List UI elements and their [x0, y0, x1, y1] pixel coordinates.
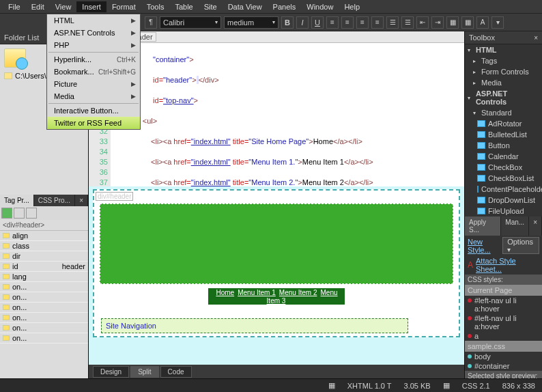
selection-tag-label[interactable]: div#header	[96, 192, 133, 201]
status-css-schema[interactable]: CSS 2.1	[459, 382, 493, 390]
status-schema-icon[interactable]: ▦	[440, 381, 453, 390]
attr-row[interactable]: on...	[0, 292, 88, 303]
insert-media[interactable]: Media▶	[47, 90, 140, 102]
new-style-link[interactable]: New Style...	[468, 238, 502, 254]
sample-css-group[interactable]: sample.css	[465, 341, 542, 352]
insert-interactive-button[interactable]: Interactive Button...	[47, 104, 140, 117]
fill-color-button[interactable]: ▦	[461, 16, 474, 29]
tab-apply-styles[interactable]: Apply S...	[465, 216, 501, 236]
tab-manage-styles[interactable]: Man...	[501, 216, 529, 236]
toolbox-item[interactable]: AdRotator	[465, 118, 542, 129]
show-set-button[interactable]	[1, 208, 12, 219]
toolbox-item[interactable]: CheckBoxList	[465, 173, 542, 184]
toolbox-item[interactable]: ContentPlaceholder	[465, 184, 542, 195]
css-rule[interactable]: a	[465, 331, 542, 341]
toolbox-cat-asp[interactable]: ▾ASP.NET Controls	[465, 88, 542, 107]
toolbox-item[interactable]: DropDownList	[465, 195, 542, 206]
font-family-dropdown[interactable]: Calibri▾	[160, 16, 221, 29]
more-button[interactable]: ▾	[491, 16, 504, 29]
menu-tools[interactable]: Tools	[141, 1, 170, 12]
menu-edit[interactable]: Edit	[26, 1, 50, 12]
tab-tag-properties[interactable]: Tag Pr...	[0, 195, 34, 206]
menu-format[interactable]: Format	[106, 1, 141, 12]
font-size-dropdown[interactable]: medium▾	[224, 16, 279, 29]
toolbox-item[interactable]: BulletedList	[465, 129, 542, 140]
css-rule[interactable]: #container	[465, 361, 542, 371]
sort-az-button[interactable]	[14, 208, 25, 219]
menu-dataview[interactable]: Data View	[223, 1, 268, 12]
attr-row[interactable]: idheader	[0, 262, 88, 272]
toolbox-cat-tags[interactable]: ▸Tags	[465, 55, 542, 66]
insert-php[interactable]: PHP▶	[47, 39, 140, 51]
insert-twitter-rss[interactable]: Twitter or RSS Feed	[47, 117, 140, 129]
nav-link-1[interactable]: Menu Item 1	[237, 289, 276, 296]
toolbox-cat-media[interactable]: ▸Media	[465, 77, 542, 88]
status-visual-aids-icon[interactable]: ▦	[326, 381, 338, 390]
status-doctype[interactable]: XHTML 1.0 T	[345, 382, 395, 390]
borders-button[interactable]: ▦	[446, 16, 459, 29]
menu-site[interactable]: Site	[199, 1, 223, 12]
bold-button[interactable]: B	[281, 16, 294, 29]
close-icon[interactable]: ×	[534, 34, 538, 42]
site-folder-icon[interactable]	[4, 48, 26, 68]
list-button[interactable]: ☰	[386, 16, 399, 29]
menu-file[interactable]: File	[3, 1, 26, 12]
menu-window[interactable]: Window	[301, 1, 339, 12]
toolbox-cat-form[interactable]: ▸Form Controls	[465, 66, 542, 77]
nav-link-home[interactable]: Home	[215, 289, 235, 296]
align-left-button[interactable]: ≡	[326, 16, 339, 29]
attr-row[interactable]: on...	[0, 282, 88, 292]
toolbox-item[interactable]: CheckBox	[465, 162, 542, 173]
status-dimensions[interactable]: 836 x 338	[500, 382, 538, 390]
attr-row[interactable]: on...	[0, 333, 88, 344]
menu-view[interactable]: View	[50, 1, 77, 12]
align-right-button[interactable]: ≡	[356, 16, 369, 29]
toolbar-btn[interactable]: ¶	[145, 16, 157, 29]
left-nav-block[interactable]: Site Navigation	[101, 318, 408, 333]
design-pane[interactable]: div#header Home Menu Item 1 Menu Item 2 …	[89, 186, 464, 365]
current-page-group[interactable]: Current Page	[465, 285, 542, 296]
nav-link-2[interactable]: Menu Item 2	[279, 289, 318, 296]
attr-row[interactable]: on...	[0, 303, 88, 313]
outdent-button[interactable]: ⇤	[416, 16, 429, 29]
options-button[interactable]: Options ▾	[502, 237, 539, 254]
tab-design[interactable]: Design	[93, 366, 129, 378]
menu-table[interactable]: Table	[169, 1, 198, 12]
close-icon[interactable]: ×	[529, 216, 542, 236]
toolbox-cat-html[interactable]: ▾HTML	[465, 44, 542, 55]
align-center-button[interactable]: ≡	[341, 16, 354, 29]
css-rule[interactable]: #left-nav ul li a:hover	[465, 296, 542, 313]
tab-split[interactable]: Split	[130, 366, 158, 378]
tab-css-properties[interactable]: CSS Pro...	[34, 195, 75, 206]
underline-button[interactable]: U	[311, 16, 324, 29]
toolbox-item[interactable]: Calendar	[465, 151, 542, 162]
attach-stylesheet-link[interactable]: Attach Style Sheet...	[476, 257, 539, 273]
indent-button[interactable]: ⇥	[431, 16, 444, 29]
italic-button[interactable]: I	[296, 16, 309, 29]
close-icon[interactable]: ×	[75, 195, 88, 206]
align-justify-button[interactable]: ≡	[371, 16, 384, 29]
attr-row[interactable]: align	[0, 231, 88, 241]
toolbox-cat-standard[interactable]: ▾Standard	[465, 107, 542, 118]
css-rule[interactable]: body	[465, 352, 542, 361]
insert-html[interactable]: HTML▶	[47, 14, 140, 27]
numbered-list-button[interactable]: ☰	[401, 16, 414, 29]
insert-asp[interactable]: ASP.NET Controls▶	[47, 27, 140, 39]
attr-row[interactable]: on...	[0, 313, 88, 323]
font-color-button[interactable]: A	[476, 16, 489, 29]
menu-panels[interactable]: Panels	[268, 1, 302, 12]
toolbox-item[interactable]: Button	[465, 140, 542, 151]
menu-insert[interactable]: Insert	[76, 1, 106, 12]
insert-picture[interactable]: Picture▶	[47, 78, 140, 90]
menu-help[interactable]: Help	[339, 1, 365, 12]
toolbox-item[interactable]: FileUpload	[465, 206, 542, 216]
categorized-button[interactable]	[26, 208, 37, 219]
attr-row[interactable]: dir	[0, 251, 88, 262]
insert-hyperlink[interactable]: Hyperlink...Ctrl+K	[47, 53, 140, 66]
css-rule[interactable]: #left-nav ul li a:hover	[465, 313, 542, 331]
attr-row[interactable]: lang	[0, 272, 88, 282]
code-body[interactable]: "container"> id="header"> </div> id="top…	[112, 43, 464, 186]
tab-code[interactable]: Code	[160, 366, 192, 378]
code-pane[interactable]: 2425262728293031323334353637 "container"…	[89, 43, 464, 186]
attr-row[interactable]: class	[0, 241, 88, 251]
